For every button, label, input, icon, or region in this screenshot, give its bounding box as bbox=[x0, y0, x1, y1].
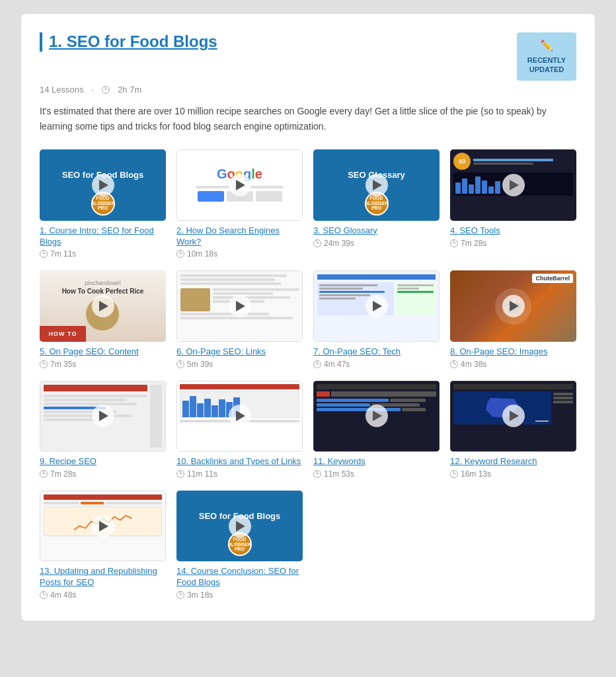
lesson-duration: 11m 53s bbox=[313, 469, 440, 479]
lesson-item: SEO for Food Blogs FOODBLOGGERPRO 14. Co… bbox=[176, 491, 303, 600]
duration-clock-icon bbox=[450, 470, 458, 478]
lesson-thumbnail[interactable]: pinchandswirl How To Cook Perfect Rice H… bbox=[40, 270, 166, 341]
lesson-item: 6. On-Page SEO: Links5m 39s bbox=[176, 270, 303, 368]
course-title[interactable]: 1. SEO for Food Blogs bbox=[40, 32, 217, 52]
lesson-item: 83 4. SEO Tools7m 28s bbox=[450, 149, 576, 259]
duration-clock-icon bbox=[40, 470, 48, 478]
lesson-item: 7. On-Page SEO: Tech4m 47s bbox=[313, 270, 440, 368]
lesson-title-link[interactable]: 2. How Do Search Engines Work? bbox=[176, 225, 303, 248]
lesson-duration: 7m 28s bbox=[450, 239, 576, 248]
lesson-title-link[interactable]: 11. Keywords bbox=[313, 456, 440, 467]
lesson-duration: 7m 28s bbox=[40, 469, 166, 479]
lesson-duration: 4m 38s bbox=[450, 360, 576, 369]
lesson-thumbnail[interactable] bbox=[313, 270, 440, 341]
lesson-duration: 7m 11s bbox=[40, 249, 166, 259]
lesson-duration: 5m 39s bbox=[176, 360, 303, 369]
duration-clock-icon bbox=[176, 470, 184, 478]
lesson-thumbnail[interactable]: 🍲 ChuteBarrel bbox=[450, 270, 576, 341]
lesson-thumbnail[interactable] bbox=[176, 270, 303, 341]
course-duration: 2h 7m bbox=[118, 85, 141, 95]
lesson-thumbnail[interactable] bbox=[40, 381, 166, 452]
course-card: 1. SEO for Food Blogs RECENTLYUPDATED 14… bbox=[20, 13, 596, 621]
duration-text: 16m 13s bbox=[461, 469, 491, 479]
lesson-title-link[interactable]: 3. SEO Glossary bbox=[313, 225, 440, 237]
lesson-title-link[interactable]: 1. Course Intro: SEO for Food Blogs bbox=[40, 225, 166, 248]
lesson-item: pinchandswirl How To Cook Perfect Rice H… bbox=[40, 270, 166, 368]
lesson-title-link[interactable]: 8. On-Page SEO: Images bbox=[450, 346, 576, 358]
lesson-item: 9. Recipe SEO7m 28s bbox=[40, 381, 166, 479]
lesson-title-link[interactable]: 12. Keyword Research bbox=[450, 456, 576, 467]
duration-clock-icon bbox=[450, 360, 458, 368]
lesson-item: SEO for Food Blogs FOODBLOGGERPRO 1. Cou… bbox=[40, 149, 166, 259]
lesson-duration: 16m 13s bbox=[450, 469, 576, 479]
lesson-duration: 24m 39s bbox=[313, 239, 440, 248]
lesson-thumbnail[interactable] bbox=[40, 491, 166, 561]
lesson-item: SEO Glossary FOODBLOGGERPRO 3. SEO Gloss… bbox=[313, 149, 440, 259]
duration-text: 7m 28s bbox=[461, 239, 486, 248]
lesson-item: Google 2. How Do Search Engines Work?10m… bbox=[176, 149, 303, 259]
lesson-title-link[interactable]: 7. On-Page SEO: Tech bbox=[313, 346, 440, 358]
header-row: 1. SEO for Food Blogs RECENTLYUPDATED bbox=[40, 32, 576, 81]
recently-updated-badge: RECENTLYUPDATED bbox=[517, 32, 576, 81]
lesson-item: 10. Backlinks and Types of Links11m 11s bbox=[176, 381, 303, 479]
lesson-title-link[interactable]: 9. Recipe SEO bbox=[40, 456, 166, 467]
duration-text: 7m 28s bbox=[50, 469, 76, 479]
duration-clock-icon bbox=[40, 591, 48, 599]
lesson-title-link[interactable]: 13. Updating and Republishing Posts for … bbox=[40, 566, 166, 588]
meta-row: 14 Lessons · 2h 7m bbox=[40, 85, 576, 95]
duration-text: 10m 18s bbox=[187, 249, 217, 259]
course-description: It's estimated that there are over 10 mi… bbox=[40, 104, 576, 134]
lesson-duration: 4m 48s bbox=[40, 590, 166, 600]
duration-text: 4m 48s bbox=[50, 590, 76, 600]
lessons-count: 14 Lessons bbox=[40, 85, 84, 95]
lesson-thumbnail[interactable] bbox=[313, 381, 440, 452]
lesson-duration: 10m 18s bbox=[176, 249, 303, 259]
clock-icon bbox=[102, 86, 110, 94]
duration-clock-icon bbox=[40, 250, 48, 258]
lesson-item: 12. Keyword Research16m 13s bbox=[450, 381, 576, 479]
duration-clock-icon bbox=[313, 470, 321, 478]
duration-clock-icon bbox=[313, 239, 321, 247]
meta-separator: · bbox=[92, 85, 95, 95]
lesson-title-link[interactable]: 14. Course Conclusion: SEO for Food Blog… bbox=[176, 566, 303, 588]
lesson-thumbnail[interactable]: 83 bbox=[450, 149, 576, 220]
lesson-title-link[interactable]: 10. Backlinks and Types of Links bbox=[176, 456, 303, 467]
duration-text: 24m 39s bbox=[324, 239, 354, 248]
duration-text: 7m 35s bbox=[50, 360, 76, 369]
duration-clock-icon bbox=[450, 239, 458, 247]
lesson-item: 11. Keywords11m 53s bbox=[313, 381, 440, 479]
lesson-duration: 7m 35s bbox=[40, 360, 166, 369]
lesson-title-link[interactable]: 4. SEO Tools bbox=[450, 225, 576, 237]
duration-text: 11m 11s bbox=[187, 469, 217, 479]
lesson-duration: 4m 47s bbox=[313, 360, 440, 369]
duration-text: 11m 53s bbox=[324, 469, 354, 479]
lesson-thumbnail[interactable]: SEO Glossary FOODBLOGGERPRO bbox=[313, 149, 440, 220]
duration-text: 4m 47s bbox=[324, 360, 350, 369]
duration-clock-icon bbox=[40, 360, 48, 368]
duration-clock-icon bbox=[176, 591, 184, 599]
duration-text: 5m 39s bbox=[187, 360, 213, 369]
duration-clock-icon bbox=[313, 360, 321, 368]
lesson-duration: 11m 11s bbox=[176, 469, 303, 479]
lesson-item: 13. Updating and Republishing Posts for … bbox=[40, 491, 166, 600]
lesson-title-link[interactable]: 5. On Page SEO: Content bbox=[40, 346, 166, 358]
lesson-thumbnail[interactable] bbox=[176, 381, 303, 452]
duration-text: 3m 18s bbox=[187, 590, 213, 600]
lessons-grid: SEO for Food Blogs FOODBLOGGERPRO 1. Cou… bbox=[40, 149, 576, 600]
lesson-thumbnail[interactable]: SEO for Food Blogs FOODBLOGGERPRO bbox=[176, 491, 303, 561]
duration-text: 4m 38s bbox=[461, 360, 486, 369]
duration-clock-icon bbox=[176, 250, 184, 258]
lesson-thumbnail[interactable]: Google bbox=[176, 149, 303, 220]
lesson-title-link[interactable]: 6. On-Page SEO: Links bbox=[176, 346, 303, 358]
duration-text: 7m 11s bbox=[50, 249, 76, 259]
lesson-duration: 3m 18s bbox=[176, 590, 303, 600]
duration-clock-icon bbox=[176, 360, 184, 368]
lesson-thumbnail[interactable]: SEO for Food Blogs FOODBLOGGERPRO bbox=[40, 149, 166, 220]
lesson-item: 🍲 ChuteBarrel 8. On-Page SEO: Images4m 3… bbox=[450, 270, 576, 368]
lesson-thumbnail[interactable] bbox=[450, 381, 576, 452]
